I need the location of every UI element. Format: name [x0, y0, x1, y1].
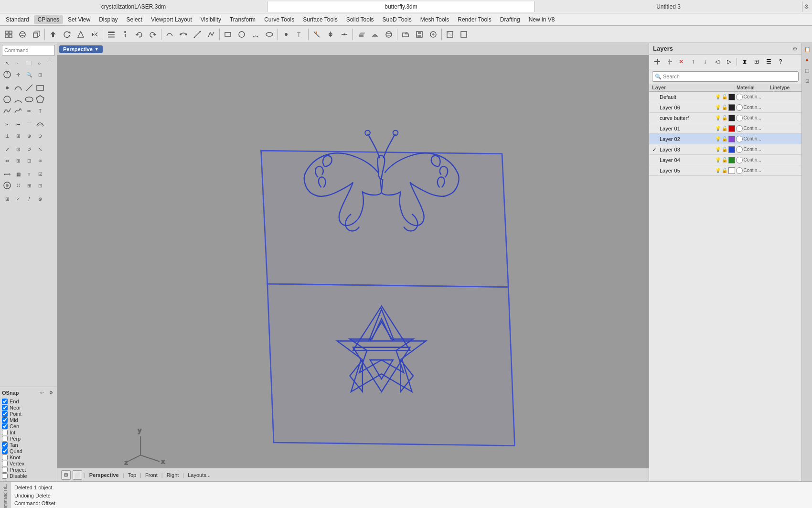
menu-transform[interactable]: Transform [226, 15, 259, 24]
osnap-check-int[interactable] [2, 430, 8, 435]
tb-polyline[interactable] [204, 28, 218, 41]
tool-analyze[interactable] [2, 180, 12, 191]
tool-select-lasso[interactable]: ⌒ [45, 58, 55, 68]
menu-solid-tools[interactable]: Solid Tools [342, 15, 378, 24]
tb-mirror[interactable] [88, 28, 101, 41]
layers-btn-down[interactable]: ↓ [700, 56, 710, 67]
tool-extend[interactable]: ⊢ [13, 119, 23, 130]
tb-grid[interactable] [2, 28, 15, 41]
layer-color-swatch-2[interactable] [728, 115, 735, 121]
tool-dimension[interactable]: ⟺ [2, 169, 12, 179]
layers-btn-columns[interactable]: ⊞ [751, 56, 762, 67]
osnap-check-quad[interactable] [2, 448, 8, 454]
layer-material-circle-6[interactable] [736, 157, 743, 163]
menu-visibility[interactable]: Visibility [197, 15, 225, 24]
layer-lock-icon-0[interactable]: 🔓 [722, 94, 727, 99]
menu-drafting[interactable]: Drafting [496, 15, 524, 24]
menu-cplanes[interactable]: CPlanes [34, 15, 63, 24]
menu-display[interactable]: Display [95, 15, 121, 24]
osnap-check-near[interactable] [2, 405, 8, 411]
tb-properties[interactable] [118, 28, 132, 41]
tool-join[interactable]: ⊞ [13, 130, 23, 141]
layers-btn-new[interactable] [652, 56, 662, 67]
tool-flow[interactable]: ≋ [35, 155, 45, 166]
layers-btn-up[interactable]: ↑ [688, 56, 698, 67]
layers-btn-help[interactable]: ? [775, 56, 786, 67]
osnap-settings-btn[interactable]: ⚙ [47, 389, 55, 397]
layer-material-circle-3[interactable] [736, 125, 743, 132]
osnap-check-point[interactable] [2, 411, 8, 417]
layer-lock-icon-2[interactable]: 🔓 [722, 115, 727, 120]
tb-split[interactable] [324, 28, 337, 41]
layer-material-circle-4[interactable] [736, 136, 743, 142]
tb-curve1[interactable] [163, 28, 176, 41]
layer-lock-icon-5[interactable]: 🔓 [722, 147, 727, 152]
sidebar-env-icon[interactable]: ⊡ [803, 76, 812, 85]
tool-rectangle[interactable] [35, 83, 45, 93]
layer-row-4[interactable]: Layer 02💡🔓Contin... [649, 134, 801, 144]
nav-front[interactable]: Front [143, 472, 160, 478]
layers-btn-left[interactable]: ◁ [712, 56, 722, 67]
tool-draw-line[interactable] [24, 83, 34, 93]
layer-color-swatch-6[interactable] [728, 157, 735, 163]
tool-group[interactable]: ⊙ [35, 130, 45, 141]
layer-lock-icon-4[interactable]: 🔓 [722, 136, 727, 141]
tb-point[interactable] [279, 28, 293, 41]
tool-select-arrow[interactable]: ↖ [2, 58, 12, 68]
tb-sphere[interactable] [16, 28, 29, 41]
tb-revolve[interactable] [382, 28, 395, 41]
tb-curve2[interactable] [177, 28, 190, 41]
layers-gear-icon[interactable]: ⚙ [792, 45, 798, 52]
osnap-check-project[interactable] [2, 467, 8, 473]
tb-join[interactable] [338, 28, 351, 41]
tb-line[interactable] [191, 28, 204, 41]
osnap-check-disable[interactable] [2, 473, 8, 479]
tool-point-curve[interactable] [2, 83, 12, 93]
tool-view-rotate[interactable] [2, 69, 12, 80]
layer-material-circle-7[interactable] [736, 167, 743, 174]
tb-extrude[interactable] [354, 28, 368, 41]
tool-named-views[interactable]: ⊞ [2, 194, 12, 204]
osnap-check-cen[interactable] [2, 423, 8, 429]
layer-visible-icon-1[interactable]: 💡 [715, 105, 721, 110]
tool-polygon[interactable] [35, 94, 45, 105]
layer-row-3[interactable]: Layer 01💡🔓Contin... [649, 123, 801, 134]
tool-view-extent[interactable]: ⊡ [35, 69, 45, 80]
tb-wire[interactable] [457, 28, 470, 41]
menu-viewport-layout[interactable]: Viewport Layout [147, 15, 196, 24]
tool-ellipse[interactable] [24, 94, 34, 105]
tool-move[interactable]: ⤢ [2, 144, 12, 154]
layer-row-1[interactable]: Layer 06💡🔓Contin... [649, 102, 801, 113]
tb-sweep[interactable] [368, 28, 382, 41]
tab-butterfly[interactable]: butterfly.3dm [267, 1, 535, 12]
tool-interp-curve[interactable] [13, 106, 23, 116]
command-input[interactable] [2, 45, 55, 55]
layers-btn-right[interactable]: ▷ [724, 56, 734, 67]
osnap-filter-btn[interactable]: ↩ [38, 389, 46, 397]
layer-color-swatch-1[interactable] [728, 104, 735, 111]
osnap-check-perp[interactable] [2, 436, 8, 442]
tab-crystalization[interactable]: crystalizationLASER.3dm [0, 1, 267, 12]
viewport-label[interactable]: Perspective ▼ [59, 45, 103, 53]
layer-color-swatch-5[interactable] [728, 146, 735, 153]
tb-shade[interactable] [443, 28, 457, 41]
tab-untitled[interactable]: Untitled 3 [535, 1, 802, 12]
tool-checkmark[interactable]: ✓ [13, 194, 23, 204]
nav-perspective[interactable]: Perspective [87, 472, 121, 478]
tb-render[interactable] [427, 28, 440, 41]
tool-cage[interactable]: ⊡ [24, 155, 34, 166]
layer-lock-icon-1[interactable]: 🔓 [722, 105, 727, 110]
osnap-check-mid[interactable] [2, 417, 8, 423]
sidebar-properties-icon[interactable]: 📋 [803, 45, 812, 54]
layer-material-circle-1[interactable] [736, 104, 743, 111]
tb-arc[interactable] [249, 28, 262, 41]
tb-circle[interactable] [235, 28, 248, 41]
layer-visible-icon-7[interactable]: 💡 [715, 168, 721, 173]
tb-scale[interactable] [74, 28, 87, 41]
tool-array[interactable]: ⊞ [13, 155, 23, 166]
layer-row-2[interactable]: curve butterf💡🔓Contin... [649, 113, 801, 123]
layer-visible-icon-6[interactable]: 💡 [715, 157, 721, 162]
menu-standard[interactable]: Standard [2, 15, 33, 24]
tool-freeform[interactable] [2, 106, 12, 116]
layers-btn-delete[interactable]: ✕ [676, 56, 686, 67]
